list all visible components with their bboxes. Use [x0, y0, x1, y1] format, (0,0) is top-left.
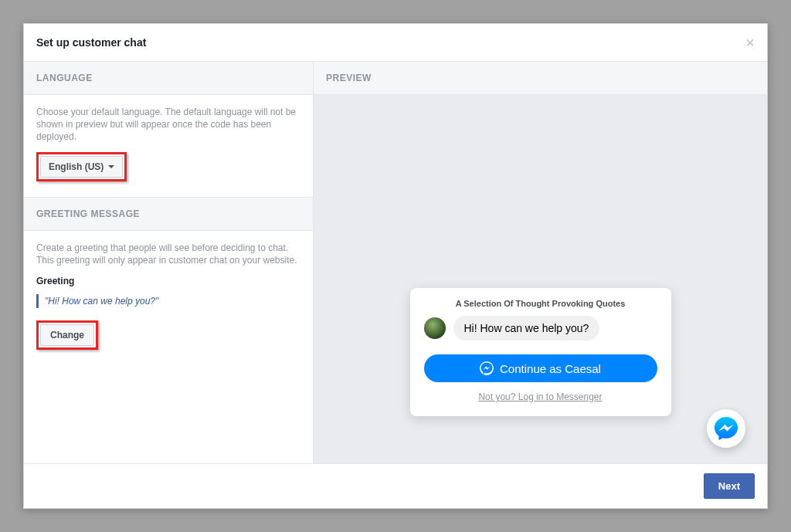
messenger-fab[interactable] [707, 409, 745, 448]
greeting-value: "Hi! How can we help you?" [36, 294, 300, 308]
greeting-section: Create a greeting that people will see b… [24, 231, 313, 365]
preview-column: PREVIEW A Selection Of Thought Provoking… [314, 62, 767, 463]
chat-widget: A Selection Of Thought Provoking Quotes … [410, 288, 671, 416]
preview-section-header: PREVIEW [314, 62, 767, 95]
language-selected-value: English (US) [49, 161, 104, 172]
language-dropdown[interactable]: English (US) [40, 156, 123, 178]
greeting-section-header: GREETING MESSAGE [24, 198, 313, 231]
settings-sidebar: LANGUAGE Choose your default language. T… [24, 62, 314, 463]
messenger-icon [713, 415, 739, 442]
chat-greeting-bubble: Hi! How can we help you? [453, 316, 600, 341]
language-helper-text: Choose your default language. The defaul… [36, 106, 300, 143]
chevron-down-icon [108, 165, 114, 168]
messenger-icon [480, 361, 494, 375]
modal-footer: Next [24, 463, 767, 508]
chat-greeting-row: Hi! How can we help you? [424, 316, 657, 341]
change-button[interactable]: Change [40, 324, 94, 346]
close-icon[interactable]: × [745, 35, 755, 50]
continue-as-button[interactable]: Continue as Caesal [424, 354, 657, 382]
page-avatar [424, 317, 446, 339]
setup-customer-chat-modal: Set up customer chat × LANGUAGE Choose y… [23, 23, 768, 509]
not-you-link[interactable]: Not you? Log in to Messenger [424, 391, 657, 402]
modal-title: Set up customer chat [36, 36, 146, 49]
next-button[interactable]: Next [704, 473, 755, 499]
language-section-header: LANGUAGE [24, 62, 313, 95]
preview-area: A Selection Of Thought Provoking Quotes … [314, 95, 767, 463]
modal-body: LANGUAGE Choose your default language. T… [24, 62, 767, 463]
continue-as-label: Continue as Caesal [500, 362, 601, 375]
chat-page-name: A Selection Of Thought Provoking Quotes [424, 299, 657, 308]
greeting-field-label: Greeting [36, 276, 300, 286]
greeting-helper-text: Create a greeting that people will see b… [36, 242, 300, 266]
language-highlight: English (US) [36, 152, 127, 181]
modal-header: Set up customer chat × [24, 24, 767, 62]
change-highlight: Change [36, 320, 98, 350]
language-section: Choose your default language. The defaul… [24, 95, 313, 198]
